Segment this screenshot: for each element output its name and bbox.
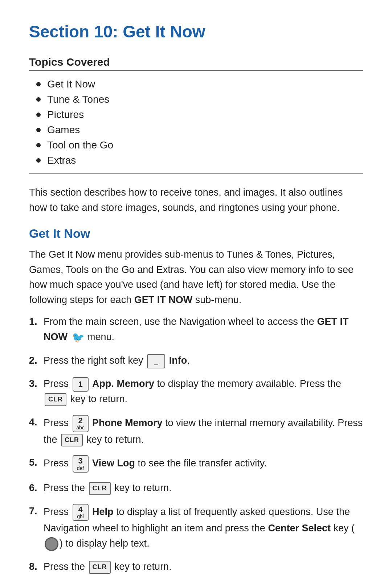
key-4-button: 4ghi <box>73 504 89 521</box>
bullet-dot <box>36 82 41 86</box>
step-num: 2. <box>29 353 44 368</box>
step-7: 7. Press 4ghi Help to display a list of … <box>29 504 363 551</box>
soft-key-button: ⎯ <box>147 354 165 368</box>
bullet-dot <box>36 113 41 117</box>
step-1: 1. From the main screen, use the Navigat… <box>29 314 363 345</box>
step-num: 1. <box>29 314 44 330</box>
topics-list: Get It Now Tune & Tones Pictures Games T… <box>36 78 363 166</box>
list-item: Tool on the Go <box>36 139 363 151</box>
key-2-button: 2abc <box>73 415 89 432</box>
step-5: 5. Press 3def View Log to see the file t… <box>29 455 363 473</box>
key-1-button: 1 <box>73 377 89 392</box>
bullet-dot <box>36 143 41 147</box>
step-content: Press 4ghi Help to display a list of fre… <box>44 504 363 551</box>
step-num: 8. <box>29 559 44 575</box>
bullet-dot <box>36 158 41 163</box>
step-2: 2. Press the right soft key ⎯ Info. <box>29 353 363 368</box>
step-num: 5. <box>29 455 44 470</box>
step-content: Press 1 App. Memory to display the memor… <box>44 376 363 407</box>
step-num: 4. <box>29 415 44 430</box>
clr-key-button: CLR <box>89 482 111 495</box>
step-num: 3. <box>29 376 44 392</box>
divider-bottom <box>29 173 363 174</box>
divider-top <box>29 70 363 71</box>
section-title: Section 10: Get It Now <box>29 22 363 41</box>
key-3-button: 3def <box>73 455 89 473</box>
step-content: Press 2abc Phone Memory to view the inte… <box>44 415 363 447</box>
steps-list: 1. From the main screen, use the Navigat… <box>29 314 363 575</box>
center-select-icon <box>45 537 58 551</box>
subsection-title: Get It Now <box>29 226 363 241</box>
body-paragraph: The Get It Now menu provides sub-menus t… <box>29 247 363 308</box>
step-num: 7. <box>29 504 44 519</box>
clr-key-button: CLR <box>89 561 111 574</box>
step-num: 6. <box>29 481 44 496</box>
list-item: Pictures <box>36 109 363 121</box>
list-item: Get It Now <box>36 78 363 90</box>
step-content: Press the CLR key to return. <box>44 481 363 496</box>
topics-covered-label: Topics Covered <box>29 56 363 68</box>
list-item: Games <box>36 124 363 136</box>
step-content: From the main screen, use the Navigation… <box>44 314 363 345</box>
step-content: Press the right soft key ⎯ Info. <box>44 353 363 368</box>
list-item: Extras <box>36 155 363 166</box>
step-6: 6. Press the CLR key to return. <box>29 481 363 496</box>
bullet-dot <box>36 97 41 102</box>
step-3: 3. Press 1 App. Memory to display the me… <box>29 376 363 407</box>
step-8: 8. Press the CLR key to return. <box>29 559 363 575</box>
step-content: Press 3def View Log to see the file tran… <box>44 455 363 473</box>
clr-key-button: CLR <box>45 393 66 406</box>
clr-key-button: CLR <box>61 434 83 447</box>
list-item: Tune & Tones <box>36 94 363 105</box>
bullet-dot <box>36 128 41 132</box>
step-4: 4. Press 2abc Phone Memory to view the i… <box>29 415 363 447</box>
intro-paragraph: This section describes how to receive to… <box>29 185 363 216</box>
step-content: Press the CLR key to return. <box>44 559 363 575</box>
navigation-icon: 🐦 <box>72 332 85 343</box>
